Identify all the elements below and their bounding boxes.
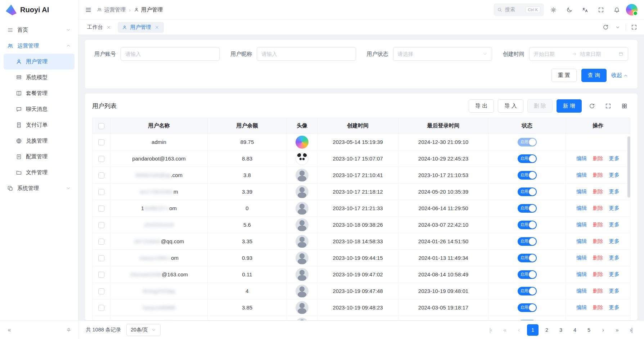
sidebar-item-file-management[interactable]: 文件管理 [4,164,75,180]
edit-link[interactable]: 编辑 [576,222,587,227]
edit-link[interactable]: 编辑 [576,238,587,244]
column-settings-button[interactable] [618,100,630,112]
edit-link[interactable]: 编辑 [576,205,587,211]
edit-link[interactable]: 编辑 [576,271,587,277]
page-button-2[interactable]: 2 [541,324,553,336]
close-tab-button[interactable] [154,25,159,30]
page-size-select[interactable]: 20条/页 [126,324,160,336]
row-checkbox[interactable] [98,139,104,145]
menu-toggle-button[interactable] [85,6,92,13]
delete-link[interactable]: 删除 [593,189,603,194]
dark-mode-button[interactable] [563,3,576,16]
prev-page-button[interactable]: ‹ [513,324,524,336]
edit-link[interactable]: 编辑 [576,172,587,178]
more-link[interactable]: 更多 [609,271,620,277]
nickname-input[interactable]: 请输入 [257,47,356,61]
sidebar-item-home[interactable]: 首页 [4,22,75,38]
more-link[interactable]: 更多 [609,238,620,244]
delete-link[interactable]: 删除 [593,271,603,277]
close-tab-button[interactable] [106,25,111,30]
add-button[interactable]: 新 增 [557,99,582,113]
last-page-button[interactable]: ›| [625,324,637,336]
more-link[interactable]: 更多 [609,155,620,161]
sidebar-item-payment-orders[interactable]: 支付订单 [4,117,75,133]
account-input[interactable]: 请输入 [121,47,220,61]
more-link[interactable]: 更多 [609,172,620,178]
delete-link[interactable]: 删除 [593,205,603,211]
notifications-button[interactable] [610,3,623,16]
status-toggle[interactable]: 启用 [518,171,537,180]
select-all-checkbox[interactable] [98,123,104,129]
status-toggle[interactable]: 启用 [518,303,537,312]
app-logo[interactable]: Ruoyi AI [0,0,78,20]
row-checkbox[interactable] [98,172,104,178]
row-checkbox[interactable] [98,272,104,278]
row-checkbox[interactable] [98,205,104,212]
sidebar-item-config-management[interactable]: 配置管理 [4,149,75,164]
tab-user-management[interactable]: 用户管理 [118,22,164,33]
status-toggle[interactable]: 启用 [518,270,537,279]
next-page-button[interactable]: › [597,324,609,336]
global-search[interactable]: 搜索 Ctrl K [494,3,544,16]
more-link[interactable]: 更多 [609,288,620,294]
table-fullscreen-button[interactable] [602,100,614,112]
more-link[interactable]: 更多 [609,189,620,194]
table-scrollbar[interactable] [627,136,630,198]
edit-link[interactable]: 编辑 [576,255,587,261]
status-toggle[interactable]: 启用 [518,287,537,295]
breadcrumb-user-management[interactable]: 用户管理 [134,6,163,13]
status-toggle[interactable]: 启用 [518,254,537,262]
status-toggle[interactable]: 启用 [518,221,537,229]
more-link[interactable]: 更多 [609,205,620,211]
export-button[interactable]: 导 出 [469,99,494,113]
edit-link[interactable]: 编辑 [576,304,587,310]
row-checkbox[interactable] [98,305,104,311]
sidebar-item-system-management[interactable]: 系统管理 [4,180,75,196]
prev-pages-button[interactable]: « [499,324,510,336]
more-link[interactable]: 更多 [609,255,620,261]
user-avatar[interactable] [626,4,638,15]
content-fullscreen-button[interactable] [628,22,640,33]
breadcrumb-operations[interactable]: 运营管理 [97,6,126,13]
refresh-tab-button[interactable] [600,22,611,33]
row-checkbox[interactable] [98,156,104,162]
status-select[interactable]: 请选择 [393,47,492,61]
delete-link[interactable]: 删除 [593,172,603,178]
status-toggle[interactable]: 启用 [518,138,537,146]
sidebar-item-user-management[interactable]: 用户管理 [4,54,75,69]
status-toggle[interactable]: 启用 [518,204,537,213]
sidebar-item-package-management[interactable]: 套餐管理 [4,85,75,101]
sidebar-collapse-button[interactable]: « [4,325,14,335]
row-checkbox[interactable] [98,189,104,195]
status-toggle[interactable]: 启用 [518,154,537,163]
sidebar-item-chat-messages[interactable]: 聊天消息 [4,101,75,117]
next-pages-button[interactable]: » [611,324,623,336]
sidebar-item-operations[interactable]: 运营管理 [4,38,75,54]
delete-link[interactable]: 删除 [593,155,603,161]
collapse-filters-link[interactable]: 收起 [611,72,628,79]
row-checkbox[interactable] [98,255,104,261]
sidebar-item-exchange-management[interactable]: 兑换管理 [4,133,75,149]
status-toggle[interactable]: 启用 [518,187,537,196]
first-page-button[interactable]: |‹ [485,324,496,336]
page-button-4[interactable]: 4 [569,324,581,336]
delete-link[interactable]: 删除 [593,238,603,244]
language-button[interactable] [578,3,591,16]
edit-link[interactable]: 编辑 [576,155,587,161]
edit-link[interactable]: 编辑 [576,288,587,294]
delete-button[interactable]: 删 除 [527,99,553,113]
status-toggle[interactable]: 启用 [518,320,537,321]
delete-link[interactable]: 删除 [593,222,603,227]
sidebar-pin-button[interactable] [64,325,74,335]
settings-button[interactable] [547,3,560,16]
delete-link[interactable]: 删除 [593,304,603,310]
more-link[interactable]: 更多 [609,304,620,310]
row-checkbox[interactable] [98,222,104,228]
refresh-table-button[interactable] [586,100,598,112]
query-button[interactable]: 查 询 [581,69,607,82]
row-checkbox[interactable] [98,288,104,294]
status-toggle[interactable]: 启用 [518,237,537,246]
tab-menu-button[interactable] [612,22,623,33]
import-button[interactable]: 导 入 [498,99,523,113]
delete-link[interactable]: 删除 [593,255,603,261]
